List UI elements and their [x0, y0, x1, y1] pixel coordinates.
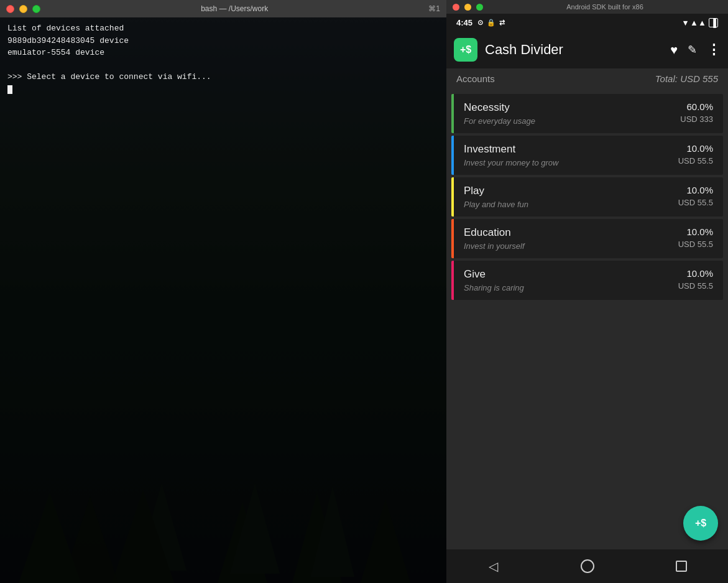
terminal-title: bash — /Users/work — [45, 4, 423, 13]
account-desc: Invest in yourself — [464, 241, 525, 251]
account-amount: USD 55.5 — [678, 156, 713, 166]
account-card-give[interactable]: Give Sharing is caring 10.0% USD 55.5 — [451, 261, 723, 300]
nav-home-button[interactable] — [575, 554, 600, 579]
account-card-investment[interactable]: Investment Invest your money to grow 10.… — [451, 136, 723, 175]
terminal-line-2: 9889db394248483045 device — [7, 35, 439, 47]
account-name: Give — [464, 268, 524, 281]
terminal-titlebar: bash — /Users/work ⌘1 — [0, 0, 446, 17]
back-icon: ◁ — [489, 559, 498, 574]
account-card-necessity[interactable]: Necessity For everyday usage 60.0% USD 3… — [451, 94, 723, 133]
terminal-window: bash — /Users/work ⌘1 List of devices at… — [0, 0, 446, 583]
android-titlebar: Android SDK built for x86 — [446, 0, 728, 14]
account-desc: Invest your money to grow — [464, 158, 558, 167]
account-name: Investment — [464, 143, 558, 156]
traffic-light-fullscreen[interactable] — [32, 5, 40, 13]
app-title: Cash Divider — [485, 42, 663, 58]
account-pct: 10.0% — [678, 226, 713, 237]
account-name: Play — [464, 185, 528, 197]
account-card-play[interactable]: Play Play and have fun 10.0% USD 55.5 — [451, 177, 723, 217]
android-screen: 4:45 ⊙ 🔒 ⇄ ▾ ▲▲ ▐ +$ Cash Divider ♥ ✎ ⋮ — [446, 14, 728, 583]
account-name: Education — [464, 226, 525, 239]
android-window: Android SDK built for x86 4:45 ⊙ 🔒 ⇄ ▾ ▲… — [446, 0, 728, 583]
total-label: Total: USD 555 — [655, 73, 718, 84]
account-pct: 10.0% — [678, 268, 713, 279]
wifi-icon: ▾ — [683, 18, 688, 27]
terminal-line-3: emulator-5554 device — [7, 47, 439, 59]
nav-bar: ◁ — [446, 549, 728, 583]
app-logo-text: +$ — [460, 44, 471, 55]
recent-icon — [676, 561, 687, 572]
traffic-light-minimize[interactable] — [19, 5, 27, 13]
account-pct: 10.0% — [678, 185, 713, 195]
app-bar: +$ Cash Divider ♥ ✎ ⋮ — [446, 31, 728, 68]
home-icon — [581, 559, 594, 573]
lock-icon: 🔒 — [487, 19, 495, 27]
more-options-icon[interactable]: ⋮ — [707, 42, 721, 58]
account-name: Necessity — [464, 101, 535, 114]
account-amount: USD 55.5 — [678, 240, 713, 249]
accounts-header: Accounts Total: USD 555 — [446, 68, 728, 89]
status-time: 4:45 — [456, 18, 472, 27]
android-tl-max[interactable] — [476, 4, 483, 11]
traffic-light-close[interactable] — [6, 5, 14, 13]
terminal-shortcut: ⌘1 — [428, 4, 440, 13]
status-right-icons: ▾ ▲▲ ▐ — [683, 18, 718, 27]
account-amount: USD 333 — [680, 114, 713, 124]
terminal-line-4 — [7, 59, 439, 72]
status-bar: 4:45 ⊙ 🔒 ⇄ ▾ ▲▲ ▐ — [446, 14, 728, 31]
favorite-icon[interactable]: ♥ — [670, 43, 678, 57]
accounts-list: Necessity For everyday usage 60.0% USD 3… — [446, 89, 728, 506]
android-tl-min[interactable] — [464, 4, 471, 11]
add-income-fab[interactable]: +$ — [683, 506, 718, 541]
signal-icon: ▲▲ — [690, 18, 706, 27]
account-desc: For everyday usage — [464, 116, 535, 126]
accounts-label: Accounts — [456, 73, 495, 84]
battery-icon: ▐ — [709, 18, 718, 27]
account-card-education[interactable]: Education Invest in yourself 10.0% USD 5… — [451, 219, 723, 258]
terminal-body[interactable]: List of devices attached 9889db394248483… — [0, 17, 446, 583]
account-desc: Sharing is caring — [464, 283, 524, 292]
app-logo: +$ — [454, 38, 477, 62]
fab-container: +$ — [446, 506, 728, 549]
android-tl-close[interactable] — [453, 4, 459, 11]
account-amount: USD 55.5 — [678, 198, 713, 207]
terminal-line-5: >>> Select a device to connect via wifi.… — [7, 71, 439, 83]
account-pct: 60.0% — [680, 101, 713, 112]
terminal-input-line — [7, 83, 439, 96]
sync-icon: ⇄ — [499, 19, 505, 27]
location-icon: ⊙ — [477, 19, 483, 27]
app-bar-icons: ♥ ✎ ⋮ — [670, 42, 721, 58]
nav-back-button[interactable]: ◁ — [481, 554, 506, 579]
account-pct: 10.0% — [678, 143, 713, 154]
nav-recent-button[interactable] — [669, 554, 694, 579]
account-desc: Play and have fun — [464, 200, 528, 209]
terminal-line-1: List of devices attached — [7, 22, 439, 35]
status-icons: ⊙ 🔒 ⇄ — [477, 19, 505, 27]
account-amount: USD 55.5 — [678, 281, 713, 291]
edit-icon[interactable]: ✎ — [688, 43, 697, 57]
android-window-title: Android SDK built for x86 — [488, 3, 722, 11]
